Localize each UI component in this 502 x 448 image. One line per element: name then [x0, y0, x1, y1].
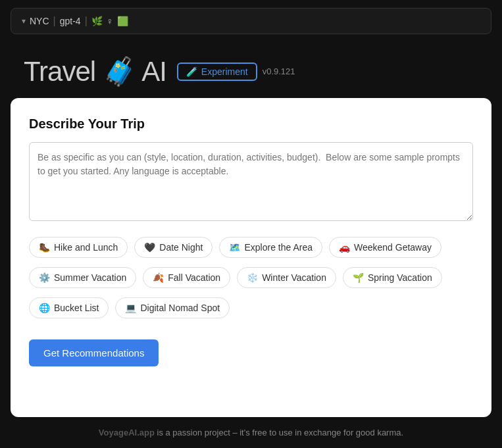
- chip-label: Date Night: [159, 242, 203, 253]
- chip-label: Spring Vacation: [368, 272, 432, 283]
- chip-label: Explore the Area: [244, 242, 313, 253]
- globe-icon: 🌐: [39, 303, 50, 313]
- chip-winter-vacation[interactable]: ❄️ Winter Vacation: [237, 267, 336, 288]
- location-chevron-icon: ▾: [22, 16, 26, 26]
- chip-label: Weekend Getaway: [354, 242, 432, 253]
- card-title: Describe Your Trip: [29, 116, 473, 132]
- map-icon: 🗺️: [229, 242, 240, 253]
- chip-label: Fall Vacation: [168, 272, 220, 283]
- chips-row-2: ⚙️ Summer Vacation 🍂 Fall Vacation ❄️ Wi…: [29, 267, 473, 288]
- experiment-label: Experiment: [201, 66, 248, 77]
- footer: VoyageAI.app is a passion project – it's…: [0, 417, 502, 448]
- app-title: Travel 🧳 AI: [24, 55, 166, 87]
- chips-row-3: 🌐 Bucket List 💻 Digital Nomad Spot: [29, 297, 473, 318]
- chip-fall-vacation[interactable]: 🍂 Fall Vacation: [143, 267, 230, 288]
- chip-weekend-getaway[interactable]: 🚗 Weekend Getaway: [329, 237, 441, 258]
- chip-hike-and-lunch[interactable]: 🥾 Hike and Lunch: [29, 237, 128, 258]
- chip-label: Bucket List: [54, 303, 99, 313]
- winter-icon: ❄️: [247, 272, 258, 283]
- separator-1: |: [53, 15, 56, 27]
- chip-date-night[interactable]: 🖤 Date Night: [134, 237, 213, 258]
- car-icon: 🚗: [339, 242, 350, 253]
- trip-description-input[interactable]: [29, 142, 473, 221]
- separator-2: |: [85, 15, 88, 27]
- main-card: Describe Your Trip 🥾 Hike and Lunch 🖤 Da…: [11, 98, 491, 417]
- chips-section: 🥾 Hike and Lunch 🖤 Date Night 🗺️ Explore…: [29, 237, 473, 318]
- location-label: NYC: [30, 16, 49, 26]
- experiment-badge: 🧪 Experiment: [177, 62, 257, 81]
- version-label: v0.9.121: [263, 66, 295, 76]
- get-recommendations-button[interactable]: Get Recommendations: [29, 339, 159, 366]
- chip-summer-vacation[interactable]: ⚙️ Summer Vacation: [29, 267, 136, 288]
- hike-icon: 🥾: [39, 242, 50, 253]
- chip-digital-nomad-spot[interactable]: 💻 Digital Nomad Spot: [115, 297, 230, 318]
- chip-spring-vacation[interactable]: 🌱 Spring Vacation: [343, 267, 442, 288]
- female-icon: ♀: [107, 16, 114, 26]
- chips-row-1: 🥾 Hike and Lunch 🖤 Date Night 🗺️ Explore…: [29, 237, 473, 258]
- laptop-icon: 💻: [125, 303, 136, 313]
- top-bar[interactable]: ▾ NYC | gpt-4 | 🌿 ♀ 🟩: [11, 8, 491, 34]
- leaf-icon: 🌿: [91, 16, 103, 26]
- heart-icon: 🖤: [144, 242, 155, 253]
- spring-icon: 🌱: [353, 272, 364, 283]
- chip-bucket-list[interactable]: 🌐 Bucket List: [29, 297, 109, 318]
- chip-label: Winter Vacation: [262, 272, 326, 283]
- flask-icon: 🧪: [186, 66, 197, 77]
- chip-label: Hike and Lunch: [54, 242, 118, 253]
- chip-explore-the-area[interactable]: 🗺️ Explore the Area: [219, 237, 322, 258]
- footer-text: is a passion project – it's free to use …: [155, 428, 403, 437]
- fall-icon: 🍂: [153, 272, 164, 283]
- model-label: gpt-4: [60, 16, 81, 26]
- chip-label: Summer Vacation: [54, 272, 126, 283]
- header: Travel 🧳 AI 🧪 Experiment v0.9.121: [0, 42, 502, 98]
- footer-brand: VoyageAI.app: [99, 428, 155, 437]
- summer-icon: ⚙️: [39, 272, 50, 283]
- chip-label: Digital Nomad Spot: [140, 303, 220, 313]
- battery-icon: 🟩: [117, 16, 128, 26]
